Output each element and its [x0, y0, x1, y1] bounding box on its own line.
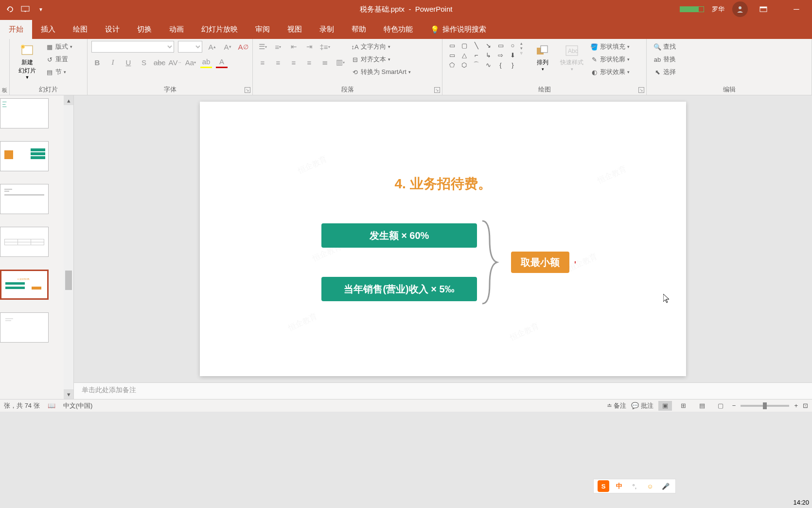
zoom-handle[interactable] — [763, 402, 767, 409]
clear-format-button[interactable]: A∅ — [237, 41, 249, 53]
bullets-button[interactable]: ☰▾ — [257, 41, 268, 53]
reading-view-button[interactable]: ▤ — [695, 401, 709, 411]
tab-design[interactable]: 设计 — [96, 20, 128, 39]
quick-styles-button[interactable]: Abc 快速样式▾ — [558, 41, 585, 73]
convert-smartart-button[interactable]: ⟲转换为 SmartArt▾ — [348, 66, 414, 78]
line-spacing-button[interactable]: ‡≡▾ — [319, 41, 331, 53]
highlight-button[interactable]: ab — [200, 56, 212, 68]
drawing-dialog-launcher[interactable]: ↘ — [638, 87, 644, 93]
char-spacing-button[interactable]: AV↔ — [169, 56, 181, 68]
tab-help[interactable]: 帮助 — [343, 20, 375, 39]
tab-slideshow[interactable]: 幻灯片放映 — [193, 20, 247, 39]
fit-window-button[interactable]: ⊡ — [803, 402, 808, 409]
slide-canvas[interactable]: 恒企教育 恒企教育 恒企教育 恒企教育 恒企教育 恒企教育 4. 业务招待费。 … — [200, 102, 686, 376]
increase-font-button[interactable]: A▴ — [206, 41, 218, 53]
shapes-more[interactable]: ▿ — [520, 51, 527, 55]
ime-toolbar[interactable]: S 中 °, ☺ 🎤 — [593, 479, 676, 493]
tab-recording[interactable]: 录制 — [311, 20, 343, 39]
distribute-button[interactable]: ≣ — [319, 56, 331, 68]
slideshow-view-button[interactable]: ▢ — [714, 401, 727, 411]
scroll-down-button[interactable]: ▾ — [64, 389, 73, 399]
align-right-button[interactable]: ≡ — [288, 56, 300, 68]
notes-pane[interactable]: 单击此处添加备注 — [74, 382, 812, 399]
tell-me-search[interactable]: 💡 操作说明搜索 — [422, 20, 495, 39]
scroll-handle[interactable] — [65, 271, 72, 290]
slide-thumbnail[interactable] — [0, 141, 49, 171]
change-case-button[interactable]: Aa▾ — [185, 56, 196, 68]
formula-box-1[interactable]: 发生额 × 60% — [321, 223, 477, 248]
layout-button[interactable]: ▦版式▾ — [43, 41, 75, 53]
shapes-gallery[interactable]: ▭▢╲↘▭○ ▭△⌐↳⇨⬇ ⬠⬡⌒∿{} — [446, 41, 518, 69]
columns-button[interactable]: ▥▾ — [335, 56, 346, 68]
ime-logo-icon[interactable]: S — [598, 480, 609, 492]
zoom-out-button[interactable]: − — [732, 402, 736, 409]
shape-effects-button[interactable]: ◐形状效果▾ — [587, 66, 633, 78]
thumbnail-scrollbar[interactable]: ▴ ▾ — [64, 95, 73, 399]
tab-transitions[interactable]: 切换 — [128, 20, 160, 39]
ime-emoji-button[interactable]: ☺ — [644, 480, 656, 492]
normal-view-button[interactable]: ▣ — [658, 401, 672, 411]
minimize-button[interactable]: ─ — [789, 1, 804, 17]
bold-button[interactable]: B — [91, 56, 103, 68]
reset-button[interactable]: ↺重置 — [43, 54, 75, 65]
find-button[interactable]: 🔍查找 — [651, 41, 679, 53]
sorter-view-button[interactable]: ⊞ — [677, 401, 690, 411]
result-box[interactable]: 取最小额 — [511, 252, 569, 273]
select-button[interactable]: ⬉选择 — [651, 66, 679, 78]
italic-button[interactable]: I — [107, 56, 119, 68]
align-text-button[interactable]: ⊟对齐文本▾ — [348, 54, 414, 65]
shadow-button[interactable]: S — [138, 56, 150, 68]
align-left-button[interactable]: ≡ — [257, 56, 268, 68]
zoom-in-button[interactable]: + — [794, 402, 798, 409]
slide-thumbnail[interactable]: ━━━━━━━━━━━ — [0, 98, 49, 128]
replace-button[interactable]: ab替换 — [651, 54, 679, 65]
tab-animations[interactable]: 动画 — [160, 20, 193, 39]
slide-thumbnail[interactable]: ━━━━━━━━━━━━━━ — [0, 312, 49, 343]
shape-outline-button[interactable]: ✎形状轮廓▾ — [587, 54, 633, 65]
tab-special[interactable]: 特色功能 — [375, 20, 422, 39]
shapes-scroll-up[interactable]: ▴ — [520, 41, 527, 46]
ime-lang-button[interactable]: 中 — [613, 480, 625, 492]
slide-title-text[interactable]: 4. 业务招待费。 — [200, 175, 686, 193]
shapes-scroll-down[interactable]: ▾ — [520, 46, 527, 51]
decrease-font-button[interactable]: A▾ — [222, 41, 233, 53]
spellcheck-icon[interactable]: 📖 — [48, 402, 55, 409]
strikethrough-button[interactable]: abc — [154, 56, 165, 68]
language-indicator[interactable]: 中文(中国) — [63, 401, 93, 410]
tab-review[interactable]: 审阅 — [247, 20, 279, 39]
shape-fill-button[interactable]: 🪣形状填充▾ — [587, 41, 633, 53]
comments-toggle[interactable]: 💬 批注 — [631, 401, 653, 410]
new-slide-button[interactable]: 新建 幻灯片 ▼ — [14, 41, 41, 82]
slide-thumbnail[interactable]: ━━━━━━━━━━━━━ — [0, 184, 49, 214]
font-color-button[interactable]: A — [216, 56, 228, 68]
zoom-slider[interactable] — [741, 405, 789, 407]
font-dialog-launcher[interactable]: ↘ — [245, 87, 250, 93]
user-avatar[interactable] — [732, 1, 748, 17]
slide-thumbnail[interactable] — [0, 227, 49, 257]
font-size-select[interactable] — [178, 41, 202, 53]
tab-insert[interactable]: 插入 — [32, 20, 64, 39]
align-center-button[interactable]: ≡ — [272, 56, 284, 68]
numbering-button[interactable]: ≡▾ — [272, 41, 284, 53]
ime-punct-button[interactable]: °, — [629, 480, 640, 492]
justify-button[interactable]: ≡ — [303, 56, 315, 68]
undo-button[interactable] — [4, 3, 16, 15]
slideshow-start-button[interactable] — [19, 3, 31, 15]
text-direction-button[interactable]: ↕A文字方向▾ — [348, 41, 414, 53]
section-button[interactable]: ▤节▾ — [43, 66, 75, 78]
tab-view[interactable]: 视图 — [279, 20, 311, 39]
decrease-indent-button[interactable]: ⇤ — [288, 41, 300, 53]
font-family-select[interactable] — [91, 41, 174, 53]
scroll-up-button[interactable]: ▴ — [64, 95, 73, 105]
slide-thumbnail-current[interactable]: 4. 业务招待费。 — [0, 270, 49, 300]
tab-draw[interactable]: 绘图 — [64, 20, 96, 39]
increase-indent-button[interactable]: ⇥ — [303, 41, 315, 53]
qat-dropdown[interactable]: ▼ — [35, 3, 47, 15]
arrange-button[interactable]: 排列▾ — [529, 41, 556, 73]
paragraph-dialog-launcher[interactable]: ↘ — [434, 87, 440, 93]
tab-home[interactable]: 开始 — [0, 20, 32, 39]
ime-voice-button[interactable]: 🎤 — [660, 480, 671, 492]
notes-toggle[interactable]: ≐ 备注 — [607, 401, 627, 410]
ribbon-options-button[interactable] — [756, 1, 771, 17]
formula-box-2[interactable]: 当年销售(营业)收入 × 5‰ — [321, 277, 477, 301]
